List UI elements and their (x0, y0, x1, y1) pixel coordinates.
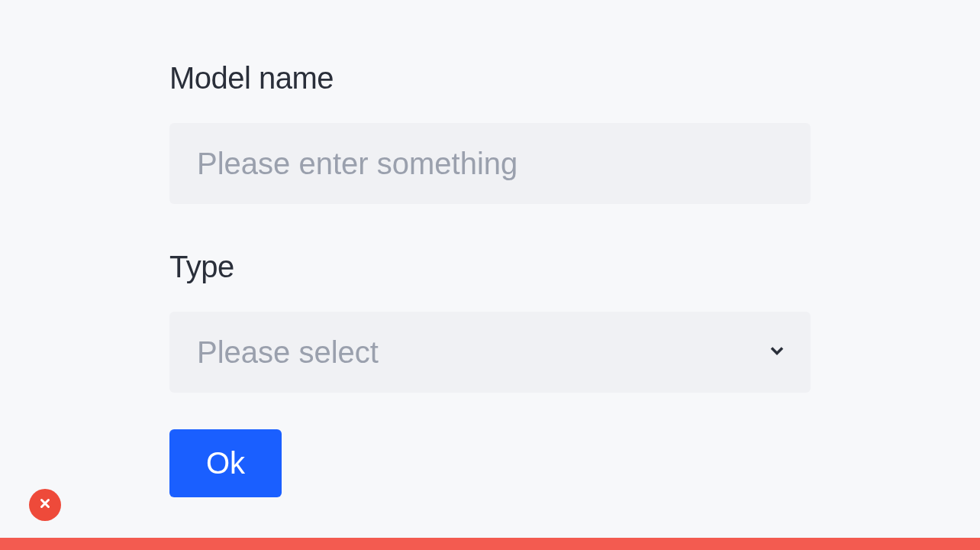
ok-button[interactable]: Ok (169, 429, 282, 497)
type-label: Type (169, 250, 811, 284)
error-badge[interactable] (29, 489, 61, 521)
model-name-input[interactable] (169, 123, 811, 204)
type-select-wrapper: Please select (169, 312, 811, 393)
form-container: Model name Type Please select Ok (0, 0, 980, 497)
model-name-label: Model name (169, 61, 811, 95)
close-icon (38, 497, 52, 513)
type-select[interactable]: Please select (169, 312, 811, 393)
bottom-error-bar (0, 538, 980, 550)
